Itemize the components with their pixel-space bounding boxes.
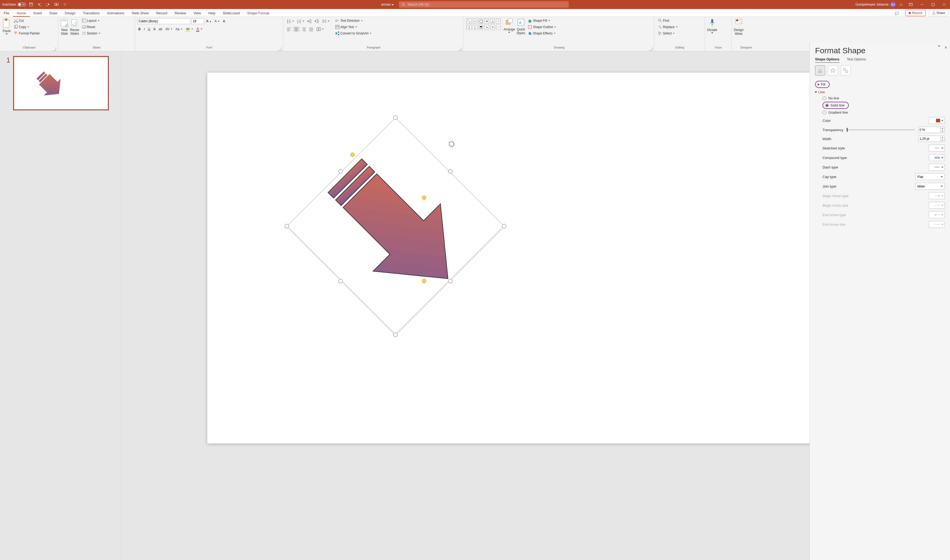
compound-button[interactable] [929, 154, 945, 161]
shape-arrow-icon[interactable]: ➔ [484, 19, 489, 23]
handle-s[interactable] [393, 333, 398, 337]
paragraph-launcher[interactable] [458, 48, 461, 51]
slide[interactable] [207, 72, 865, 443]
align-right-button[interactable] [301, 26, 307, 32]
design-ideas-button[interactable]: Design Ideas [734, 18, 743, 35]
select-button[interactable]: Select [657, 31, 679, 36]
replace-button[interactable]: Replace [657, 25, 679, 30]
transparency-input[interactable] [918, 127, 941, 133]
record-button[interactable]: Record [905, 10, 925, 16]
numbering-button[interactable]: 123 [296, 18, 305, 24]
change-case-button[interactable]: Aa [174, 27, 184, 32]
align-left-button[interactable] [286, 26, 292, 32]
handle-nw[interactable] [338, 169, 343, 174]
dash-button[interactable] [929, 164, 945, 171]
shape-oval-icon[interactable]: ◯ [478, 19, 483, 23]
document-title[interactable]: arrows [381, 3, 393, 6]
bullets-button[interactable] [286, 18, 295, 24]
tab-record[interactable]: Record [153, 9, 171, 17]
tab-shape-format[interactable]: Shape Format [244, 9, 273, 17]
cap-combo[interactable]: Flat [916, 173, 945, 180]
new-slide-button[interactable]: New Slide [60, 18, 68, 35]
tab-transitions[interactable]: Transitions [79, 9, 103, 17]
columns-button[interactable] [315, 26, 325, 32]
undo-icon[interactable] [36, 1, 43, 8]
tab-help[interactable]: Help [205, 9, 219, 17]
shape-effects-button[interactable]: Shape Effects [527, 31, 557, 36]
tab-slidelizard[interactable]: SlideLizard [219, 9, 244, 17]
pane-close-button[interactable]: ✕ [944, 46, 947, 49]
comments-button[interactable] [892, 11, 902, 16]
search-input[interactable] [408, 3, 566, 6]
strike-button[interactable]: S [153, 27, 157, 32]
shape-line-icon[interactable]: ＼ [467, 19, 472, 23]
font-size-combo[interactable] [191, 18, 204, 24]
section-line[interactable]: Line [815, 90, 945, 94]
handle-adj2[interactable] [422, 195, 426, 200]
present-icon[interactable] [53, 1, 60, 8]
radio-gradient-line[interactable]: Gradient line [822, 111, 945, 114]
underline-button[interactable]: U [147, 27, 151, 32]
tab-design[interactable]: Design [61, 9, 79, 17]
coming-soon-icon[interactable] [898, 1, 904, 8]
decrease-indent-button[interactable] [307, 18, 313, 24]
pane-tab-shape-options[interactable]: Shape Options [815, 57, 839, 63]
shape-curve-icon[interactable]: ∿ [490, 25, 495, 29]
shape-star-icon[interactable]: ☆ [496, 19, 501, 23]
paste-button[interactable]: Paste [2, 18, 11, 35]
shape-outline-button[interactable]: Shape Outline [527, 25, 557, 30]
transparency-slider[interactable] [847, 129, 915, 130]
tab-review[interactable]: Review [171, 9, 190, 17]
italic-button[interactable]: I [143, 27, 146, 32]
user-name[interactable]: Gumpelmeyer Johanna [855, 3, 888, 6]
handle-adj1[interactable] [350, 152, 355, 157]
line-color-button[interactable] [929, 117, 945, 124]
section-fill[interactable]: Fill [815, 81, 945, 88]
pane-options-button[interactable] [938, 46, 940, 47]
search-box[interactable] [399, 2, 569, 8]
reset-button[interactable]: Reset [81, 25, 102, 30]
arrange-button[interactable]: Arrange [504, 18, 515, 33]
format-painter-button[interactable]: Format Painter [13, 31, 41, 36]
find-button[interactable]: Find [657, 18, 679, 23]
layout-button[interactable]: Layout [81, 18, 102, 23]
autosave-toggle[interactable]: AutoSave Off [2, 3, 26, 6]
align-text-button[interactable]: Align Text [334, 25, 372, 30]
handle-w[interactable] [285, 224, 289, 228]
shape-lbrace-icon[interactable]: { [467, 25, 472, 29]
tab-file[interactable]: File [0, 9, 13, 17]
increase-indent-button[interactable] [314, 18, 320, 24]
handle-n[interactable] [393, 115, 398, 120]
grow-font-button[interactable]: A▲ [205, 19, 213, 23]
minimize-icon[interactable] [917, 0, 927, 9]
pane-effects-icon[interactable] [828, 65, 838, 75]
text-direction-button[interactable]: AText Direction [334, 18, 372, 23]
autosave-switch[interactable]: Off [17, 3, 26, 6]
handle-adj3[interactable] [422, 279, 426, 283]
close-icon[interactable] [939, 0, 949, 9]
ribbon-display-icon[interactable] [906, 0, 916, 9]
char-spacing-button[interactable]: AV [164, 27, 173, 32]
smartart-button[interactable]: Convert to SmartArt [334, 31, 372, 36]
share-button[interactable]: Share [929, 10, 948, 16]
tab-animations[interactable]: Animations [103, 9, 128, 17]
radio-solid-line[interactable]: Solid line [822, 102, 945, 109]
selected-shape[interactable] [276, 107, 515, 345]
maximize-icon[interactable] [928, 0, 938, 9]
shadow-button[interactable]: ab [158, 27, 163, 32]
width-spinner[interactable]: ▲▼ [941, 135, 945, 142]
pane-tab-text-options[interactable]: Text Options [847, 57, 866, 63]
tab-slideshow[interactable]: Slide Show [128, 9, 153, 17]
justify-button[interactable] [308, 26, 315, 32]
radio-no-line[interactable]: No line [822, 96, 945, 100]
handle-e[interactable] [502, 224, 506, 228]
section-button[interactable]: Section [81, 31, 102, 36]
pane-size-icon[interactable] [841, 65, 851, 75]
clear-format-button[interactable]: A̶ [222, 19, 226, 23]
shape-connector-icon[interactable]: ↘ [484, 25, 489, 29]
user-avatar[interactable]: GJ [890, 2, 896, 8]
shape-more-icon[interactable]: ⋯ [496, 25, 501, 29]
qat-more-icon[interactable] [62, 1, 68, 8]
clipboard-launcher[interactable] [53, 48, 56, 51]
shapes-gallery[interactable]: ＼ ▭ ◯ ➔ △ ☆ { } ⬒ ↘ ∿ ⋯ [466, 18, 502, 31]
